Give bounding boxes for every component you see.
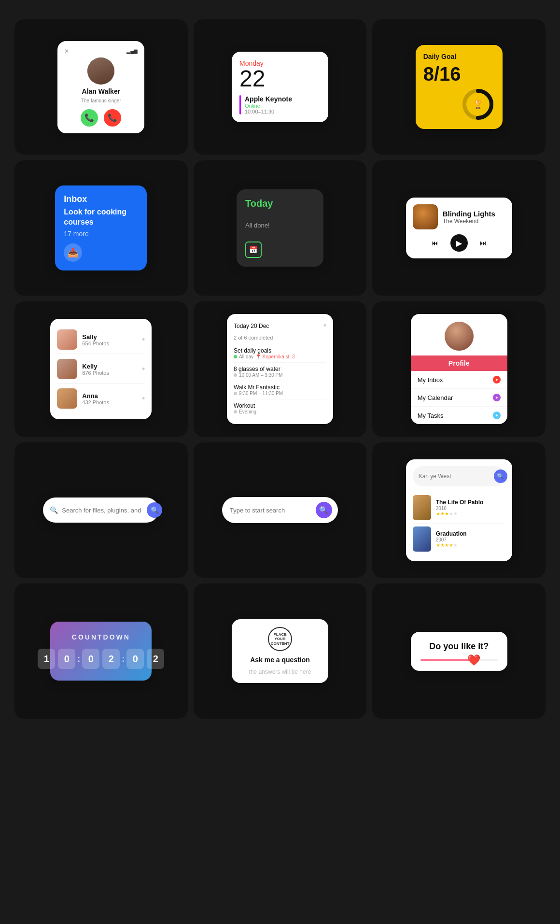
task-time-4: Evening xyxy=(239,409,256,414)
widget-grid: ✕ ▂▄▆ Alan Walker The famous singer 📞 📞 … xyxy=(0,0,560,738)
task-time-3: 9:30 PM – 11:30 PM xyxy=(239,391,283,396)
photo-count-2: 876 Photos xyxy=(82,370,137,376)
movie-row-1: The Life Of Pablo 2016 ★★★★★ xyxy=(413,492,505,524)
task-item-2: 8 glasses of water 10:00 AM – 3:30 PM xyxy=(234,363,326,381)
event-status: Online xyxy=(245,103,292,109)
avatar-image xyxy=(87,57,114,85)
task-meta-3: 9:30 PM – 11:30 PM xyxy=(234,391,326,396)
goal-ring-wrap: 🏆 xyxy=(423,87,495,121)
countdown-digit-3: 0 xyxy=(82,649,99,669)
photo-info-1: Sally 654 Photos xyxy=(82,333,137,346)
inbox-text: Look for cooking courses xyxy=(64,207,138,227)
countdown-digit-6: 2 xyxy=(147,649,164,669)
movie-info-1: The Life Of Pablo 2016 ★★★★★ xyxy=(436,499,505,516)
profile-avatar-wrap xyxy=(411,314,507,351)
photo-dots-3[interactable]: • xyxy=(142,394,145,404)
movie-poster-2 xyxy=(413,526,431,552)
photo-dots-1[interactable]: • xyxy=(142,335,145,345)
movie-search-bar: 🔍 xyxy=(413,466,505,486)
countdown-widget: COUNTDOWN 1 0 : 0 2 : 0 2 xyxy=(50,622,152,681)
prev-button[interactable]: ⏮ xyxy=(426,234,444,252)
like-slider[interactable]: ❤️ xyxy=(420,659,498,661)
photos-widget: Sally 654 Photos • Kelly 876 Photos • An… xyxy=(50,319,152,419)
cell-question: PLACE YOURCONTENT Ask me a question the … xyxy=(194,583,367,719)
movie-search-input[interactable] xyxy=(419,473,491,480)
countdown-digit-2: 0 xyxy=(58,649,75,669)
tasklist-date: Today 20 Dec xyxy=(234,323,269,329)
movie-stars-2: ★★★★★ xyxy=(436,542,505,548)
photo-info-3: Anna 432 Photos xyxy=(82,392,137,405)
photo-name-2: Kelly xyxy=(82,363,137,370)
countdown-sep-1: : xyxy=(77,654,80,664)
inbox-widget: Inbox Look for cooking courses 17 more 📥 xyxy=(55,185,147,271)
photo-thumb-2 xyxy=(57,359,77,379)
cell-search2: 🔍 xyxy=(194,442,367,578)
task-name-2: 8 glasses of water xyxy=(234,366,326,372)
photo-name-3: Anna xyxy=(82,392,137,399)
search-input-1[interactable] xyxy=(62,507,143,514)
goal-ring: 🏆 xyxy=(461,87,495,121)
question-badge: PLACE YOURCONTENT xyxy=(268,627,292,651)
task-meta-2: 10:00 AM – 3:30 PM xyxy=(234,372,326,378)
avatar xyxy=(87,57,114,85)
music-artist: The Weekend xyxy=(443,218,495,225)
cell-search1: 🔍 🔍 xyxy=(14,442,188,578)
badge-text: PLACE YOURCONTENT xyxy=(271,632,290,646)
photo-row-3: Anna 432 Photos • xyxy=(57,384,145,412)
search-button-1[interactable]: 🔍 xyxy=(147,502,162,518)
search-button-2[interactable]: 🔍 xyxy=(316,502,332,518)
goal-widget: Daily Goal 8/16 🏆 xyxy=(416,45,503,129)
countdown-sep-2: : xyxy=(122,654,125,664)
tasklist-widget: Today 20 Dec • 2 of 6 completed Set dail… xyxy=(227,314,333,424)
search-input-2[interactable] xyxy=(230,507,311,514)
cell-calendar: Monday 22 Apple Keynote Online 10:00–11:… xyxy=(194,19,367,155)
photo-row-2: Kelly 876 Photos • xyxy=(57,355,145,384)
music-title: Blinding Lights xyxy=(443,210,495,218)
movie-row-2: Graduation 2007 ★★★★★ xyxy=(413,524,505,554)
profile-bar: Profile xyxy=(411,355,507,371)
phone-top-bar: ✕ ▂▄▆ xyxy=(64,48,138,55)
today-title: Today xyxy=(245,198,315,209)
photo-count-3: 432 Photos xyxy=(82,399,137,405)
like-widget: Do you like it? ❤️ xyxy=(411,632,507,671)
decline-button[interactable]: 📞 xyxy=(104,109,121,127)
next-button[interactable]: ⏭ xyxy=(475,234,492,252)
cell-goal: Daily Goal 8/16 🏆 xyxy=(372,19,546,155)
accept-button[interactable]: 📞 xyxy=(81,109,98,127)
inbox-title: Inbox xyxy=(64,194,138,204)
search-widget-1: 🔍 🔍 xyxy=(43,498,159,523)
music-thumbnail xyxy=(413,204,438,229)
profile-row-inbox[interactable]: My Inbox ● xyxy=(411,371,507,389)
event-divider xyxy=(239,95,241,114)
cell-countdown: COUNTDOWN 1 0 : 0 2 : 0 2 xyxy=(14,583,188,719)
play-button[interactable]: ▶ xyxy=(450,234,468,252)
event-title: Apple Keynote xyxy=(245,95,292,103)
goal-number: 8/16 xyxy=(423,64,495,84)
tasklist-menu[interactable]: • xyxy=(323,321,326,331)
countdown-digits: 1 0 : 0 2 : 0 2 xyxy=(38,649,164,669)
search-widget-2: 🔍 xyxy=(222,497,338,523)
music-widget: Blinding Lights The Weekend ⏮ ▶ ⏭ xyxy=(406,198,512,258)
cell-phone: ✕ ▂▄▆ Alan Walker The famous singer 📞 📞 xyxy=(14,19,188,155)
cell-tasklist: Today 20 Dec • 2 of 6 completed Set dail… xyxy=(194,301,367,437)
goal-title: Daily Goal xyxy=(423,53,495,60)
inbox-icon: 📥 xyxy=(68,247,78,258)
movie-search-button[interactable]: 🔍 xyxy=(494,469,507,483)
phone-buttons: 📞 📞 xyxy=(81,109,121,127)
countdown-label: COUNTDOWN xyxy=(72,633,130,641)
profile-row-tasks[interactable]: My Tasks ● xyxy=(411,407,507,424)
task-meta-1: All day 📍 Kopernika st. 3 xyxy=(234,354,326,359)
close-icon[interactable]: ✕ xyxy=(64,48,69,55)
profile-row-calendar[interactable]: My Calendar ● xyxy=(411,389,507,407)
photo-info-2: Kelly 876 Photos xyxy=(82,363,137,376)
event-time: 10:00–11:30 xyxy=(245,109,292,114)
today-calendar-icon: 📅 xyxy=(245,242,262,258)
task-time-1: All day xyxy=(239,354,253,359)
photo-dots-2[interactable]: • xyxy=(142,364,145,374)
inbox-count: 17 more xyxy=(64,230,138,238)
movie-stars-1: ★★★★★ xyxy=(436,511,505,516)
movie-title-2: Graduation xyxy=(436,530,505,537)
search-magnifier-icon-1: 🔍 xyxy=(50,506,58,514)
countdown-digit-1: 1 xyxy=(38,649,55,669)
like-question: Do you like it? xyxy=(429,641,489,652)
